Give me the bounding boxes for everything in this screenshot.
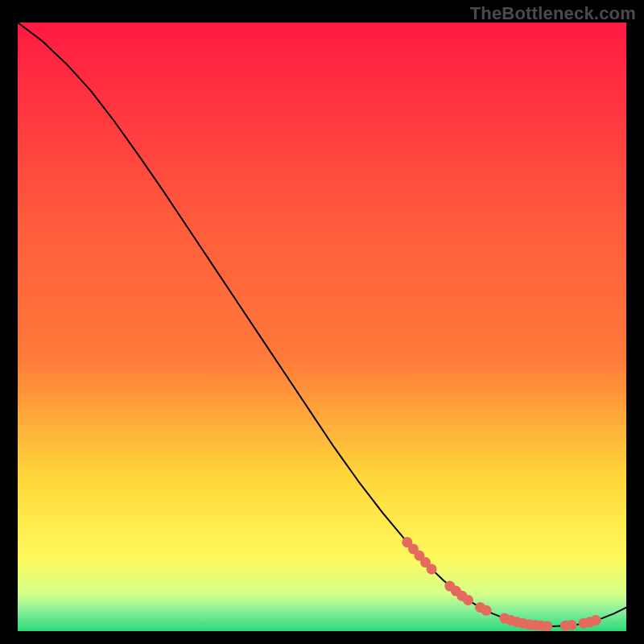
data-dot (481, 605, 492, 616)
data-dot (591, 615, 601, 625)
watermark-text: TheBottleneck.com (470, 3, 636, 24)
plot-svg (18, 23, 626, 631)
bottleneck-plot (18, 23, 626, 631)
chart-stage: TheBottleneck.com (0, 0, 644, 644)
data-dot (427, 564, 437, 574)
data-dot (566, 620, 576, 630)
data-dot (463, 595, 473, 605)
data-dot (542, 621, 552, 631)
